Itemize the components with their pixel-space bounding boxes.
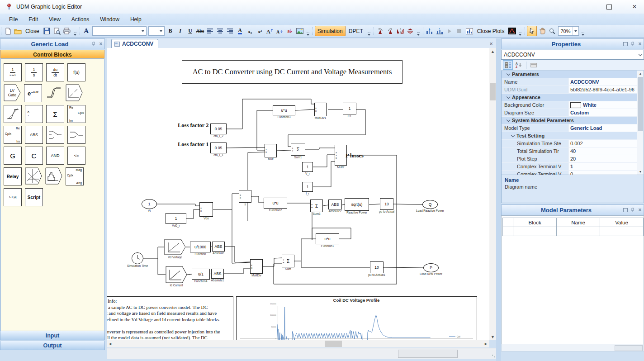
close-panel-icon[interactable]: × [636,41,644,47]
block-absolute[interactable]: ABSAbsolute [212,242,225,252]
property-row[interactable]: Background ColorWhite [502,101,637,109]
switch2-block[interactable] [67,126,85,144]
property-row[interactable]: Plot Step20 [502,155,637,163]
menu-edit[interactable]: Edit [23,15,43,24]
pin-icon[interactable] [90,42,97,46]
toolbar-overflow-icon[interactable] [306,25,310,37]
underline-button[interactable]: U [186,26,195,36]
block-function3[interactable]: u*uFunction3 [273,105,295,115]
close-button[interactable]: Close [23,26,42,36]
sum-block[interactable]: Σ [46,105,64,123]
block-sum3[interactable]: ++ΣSum3 [310,200,323,212]
font-size-combo[interactable] [148,26,165,36]
canvas-horizontal-scrollbar[interactable]: ◄ ► [107,340,489,347]
property-row[interactable]: Complex Terminal V1 [502,163,637,171]
export-data-icon[interactable] [435,26,444,36]
print-icon[interactable] [62,26,71,36]
font-dialog-button[interactable]: A [82,26,91,36]
block-mult[interactable]: xxMult [265,144,277,157]
menu-file[interactable]: File [4,15,23,24]
close-plots-button[interactable]: Close Plots [475,26,507,36]
toolbar-overflow-icon[interactable] [581,25,585,37]
diagram-title-box[interactable]: AC to DC Converter using DC Current and … [182,60,402,84]
scroll-up-icon[interactable]: ▲ [489,48,496,55]
constant-block[interactable]: C [25,147,43,165]
gain-block[interactable]: G [4,147,22,165]
close-panel-icon[interactable]: × [97,41,104,47]
block-vd0-r[interactable]: 1Vd0_r [166,213,186,224]
abs-block[interactable]: ABS [25,126,43,144]
mag-ang-block[interactable]: MagCplxAng [66,167,84,185]
block-c1[interactable]: 1C1 [343,103,356,114]
scroll-down-icon[interactable]: ▼ [637,169,644,175]
column-header-value[interactable]: Value [600,218,644,227]
pointer-tool[interactable] [527,26,537,36]
toolbar-overflow-icon[interactable] [416,25,421,37]
align-center-icon[interactable] [216,26,225,36]
insert-image-icon[interactable] [295,26,304,36]
menu-actions[interactable]: Actions [66,15,95,24]
rotate-right-icon[interactable] [386,26,395,36]
relay-block[interactable]: Relay [4,167,22,185]
menu-help[interactable]: Help [125,15,147,24]
integrator-block[interactable]: 1s [25,63,43,81]
block-absolute1[interactable]: ABSAbsolute1 [211,269,224,279]
lv-gate-block[interactable]: LVGate [4,84,21,101]
block-eta-l-2[interactable]: 0.05eta_I_2 [210,124,227,134]
coil-dc-voltage-chart[interactable]: Coil DC Voltage Profile15000010000050000… [236,296,477,340]
less-equal-block[interactable]: <= [67,147,85,165]
property-row[interactable]: UDM Guid5bf82d52-86f9-4cc4-a0e1-96 [502,86,637,94]
crossing-block[interactable] [25,167,42,185]
pan-tool-icon[interactable] [538,26,547,36]
show-plots-icon[interactable] [465,26,474,36]
block-reactive-power[interactable]: sqrt(u)Reactive Power [345,198,369,211]
column-header-block[interactable]: Block [513,218,557,227]
output-section-bar[interactable]: Output [0,341,105,350]
zoom-level-combo[interactable]: 70% [558,26,579,36]
block-multdiv[interactable]: xxMultDiv [250,259,263,274]
dpet-button[interactable]: DPET [346,26,365,36]
block-sum1[interactable]: ++ΣSum1 [291,143,305,156]
property-row[interactable]: Diagram SizeCustom [502,109,637,117]
block-id-current-lookup[interactable]: Id Current [166,266,187,283]
model-parameters-scrollbar[interactable] [501,344,644,352]
resize-grip[interactable] [492,354,495,358]
block-vdo[interactable]: xxVdo [199,202,213,217]
canvas-vertical-scrollbar[interactable]: ▲ ▼ [489,48,496,340]
new-file-icon[interactable] [3,26,12,36]
lookup-table-block[interactable] [66,84,83,101]
maximize-panel-icon[interactable] [622,208,629,212]
complex-split-block[interactable]: ReCplxIm [67,105,85,123]
print-preview-icon[interactable] [52,26,62,36]
toolbar-overflow-icon[interactable] [73,25,77,37]
property-row[interactable]: Total Simulation Tir40 [502,147,637,155]
import-data-icon[interactable] [425,26,434,36]
block-mult2[interactable]: xxxMult2 [335,145,347,166]
block-load-reactive-power[interactable]: QLoad Reactive Power [422,200,438,209]
scroll-left-icon[interactable]: ◄ [107,340,114,347]
property-row[interactable]: Model TypeGeneric Load [502,124,637,132]
block-absolute2[interactable]: ABSAbsolute2 [328,200,342,209]
categorized-view-icon[interactable] [503,60,513,70]
text-style-button[interactable]: a♭ [285,26,294,36]
close-document-icon[interactable]: × [488,40,495,47]
function-block[interactable]: f(u) [67,63,85,81]
align-right-icon[interactable] [226,26,235,36]
block-vd-voltage-lookup[interactable]: Vd Voltage [164,239,186,255]
properties-object-selector[interactable]: ACDCCONV [501,50,644,60]
matrix-block[interactable]: 1x1 [4] [4,188,22,206]
simulation-toggle[interactable]: Simulation [315,26,346,36]
block-function4[interactable]: u/1Function4 [192,269,210,280]
property-row[interactable]: Complex Terminal V0 [502,171,637,175]
complex-merge-block[interactable]: ReCplxIm [4,126,22,144]
flip-vertical-icon[interactable] [406,26,415,36]
minimize-button[interactable] [578,2,590,12]
saturation-block[interactable] [45,84,62,101]
block-i-r[interactable]: 1I_r [302,182,313,192]
block-eta-l-1[interactable]: 0.05eta_I_1 [210,142,227,153]
block-v-r[interactable]: 1V_r [302,162,313,172]
model-info-box[interactable]: Model Info:This is a sample AC to DC pow… [107,296,233,340]
property-category[interactable]: Parameters [502,71,637,78]
derivative-block[interactable]: dudt [46,63,64,81]
bold-button[interactable]: B [166,26,175,36]
